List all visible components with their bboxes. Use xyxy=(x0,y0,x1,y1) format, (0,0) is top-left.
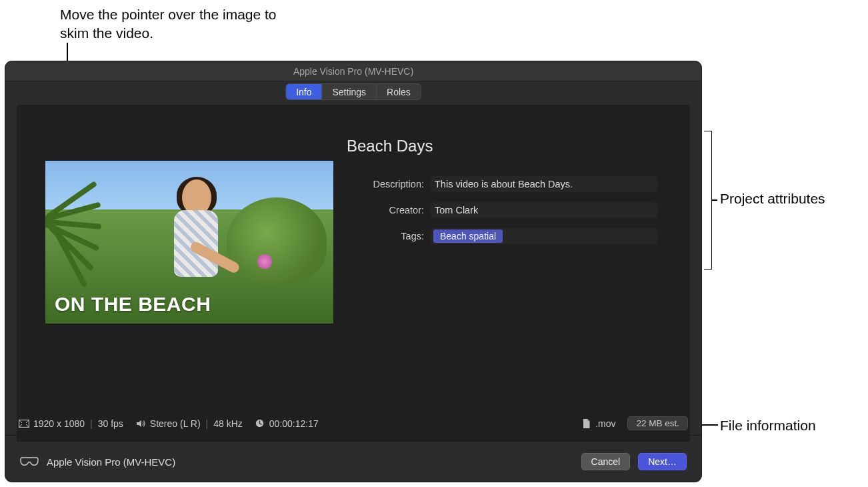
video-thumbnail-skimmer[interactable]: ON THE BEACH xyxy=(45,161,333,324)
status-size-estimate: 22 MB est. xyxy=(627,416,688,430)
speaker-icon xyxy=(135,419,146,428)
status-samplerate: 48 kHz xyxy=(213,418,243,429)
callout-attributes-line xyxy=(712,199,717,201)
tabs-segmented-control: Info Settings Roles xyxy=(285,83,421,100)
bottom-action-bar: Apple Vision Pro (MV-HEVC) Cancel Next… xyxy=(5,442,701,482)
clock-icon xyxy=(255,419,265,428)
project-title: Beach Days xyxy=(347,137,433,155)
label-creator: Creator: xyxy=(361,205,431,215)
row-creator: Creator: Tom Clark xyxy=(361,202,657,218)
document-icon xyxy=(581,419,591,428)
status-timecode: 00:00:12:17 xyxy=(269,418,319,429)
frame-size-icon xyxy=(19,419,29,428)
window-titlebar: Apple Vision Pro (MV-HEVC) xyxy=(5,61,701,81)
status-container: .mov xyxy=(595,418,615,429)
status-fps: 30 fps xyxy=(98,418,123,429)
status-resolution: 1920 x 1080 xyxy=(33,418,85,429)
file-info-statusbar: 1920 x 1080 | 30 fps Stereo (L R) | 48 k… xyxy=(5,412,701,436)
callout-fileinfo-line xyxy=(702,424,718,426)
field-description[interactable]: This video is about Beach Days. xyxy=(431,176,657,192)
field-creator[interactable]: Tom Clark xyxy=(431,202,657,218)
tab-settings[interactable]: Settings xyxy=(322,84,377,99)
vision-pro-icon xyxy=(20,456,39,467)
divider: | xyxy=(206,418,209,429)
next-button[interactable]: Next… xyxy=(638,453,687,470)
status-audio: Stereo (L R) xyxy=(150,418,201,429)
field-tags[interactable]: Beach spatial xyxy=(431,228,657,244)
callout-attributes: Project attributes xyxy=(720,189,853,208)
thumb-flower xyxy=(257,254,272,269)
thumb-bush xyxy=(227,197,327,284)
divider: | xyxy=(90,418,93,429)
tab-roles[interactable]: Roles xyxy=(377,84,421,99)
cancel-button[interactable]: Cancel xyxy=(581,453,631,470)
export-dialog-window: Apple Vision Pro (MV-HEVC) Info Settings… xyxy=(5,61,701,482)
tag-chip[interactable]: Beach spatial xyxy=(433,229,503,243)
label-description: Description: xyxy=(361,179,431,189)
callout-skim: Move the pointer over the image to skim … xyxy=(60,5,300,43)
preset-name: Apple Vision Pro (MV-HEVC) xyxy=(47,456,175,468)
bracket-attributes xyxy=(704,131,712,270)
row-tags: Tags: Beach spatial xyxy=(361,228,657,244)
label-tags: Tags: xyxy=(361,231,431,241)
window-title: Apple Vision Pro (MV-HEVC) xyxy=(293,66,413,77)
tab-info[interactable]: Info xyxy=(286,84,322,99)
callout-fileinfo: File information xyxy=(720,416,853,435)
row-description: Description: This video is about Beach D… xyxy=(361,176,657,192)
thumbnail-overlay-text: ON THE BEACH xyxy=(55,293,211,316)
